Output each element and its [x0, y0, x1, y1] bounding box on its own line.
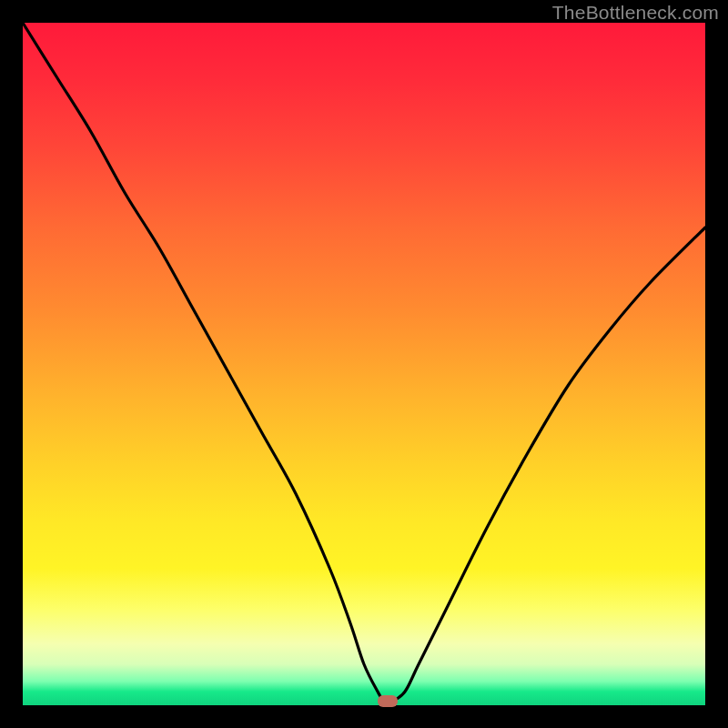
optimal-point-marker: [378, 695, 398, 707]
bottleneck-curve: [23, 23, 705, 703]
watermark-text: TheBottleneck.com: [552, 2, 719, 24]
chart-frame: TheBottleneck.com: [0, 0, 728, 728]
curve-svg: [23, 23, 705, 705]
plot-area: [23, 23, 705, 705]
